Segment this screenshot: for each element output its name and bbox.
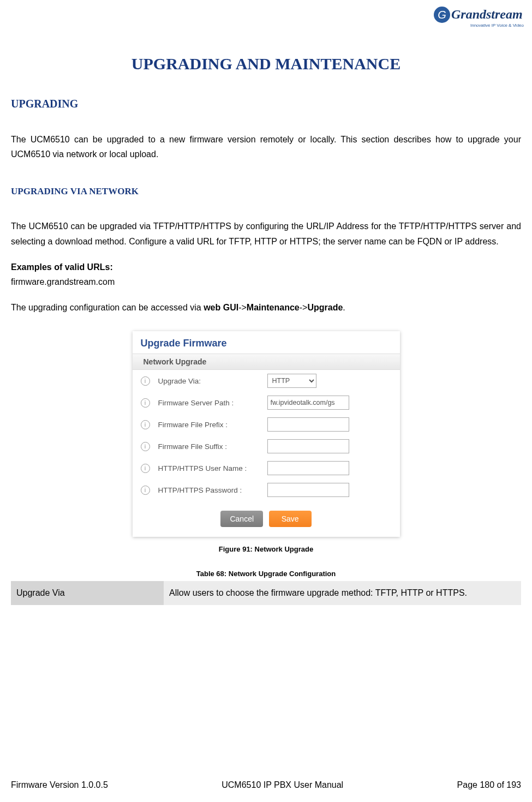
label-http-password: HTTP/HTTPS Password : — [158, 486, 267, 494]
info-icon[interactable]: i — [141, 486, 150, 495]
input-http-password[interactable] — [267, 483, 349, 497]
logo-brand-text: Grandstream — [451, 7, 523, 21]
label-firmware-file-prefix: Firmware File Prefix : — [158, 421, 267, 429]
section-upgrading-para: The UCM6510 can be upgraded to a new fir… — [11, 132, 521, 161]
para2-b3: Upgrade — [307, 303, 343, 312]
section-upgrading-title: UPGRADING — [11, 98, 521, 110]
footer-firmware-version: Firmware Version 1.0.0.5 — [11, 780, 108, 790]
section-upgrading-network-title: UPGRADING VIA NETWORK — [11, 186, 521, 197]
label-upgrade-via: Upgrade Via: — [158, 377, 267, 385]
para2-sep2: -> — [300, 303, 308, 312]
panel-title: Upgrade Firmware — [133, 331, 400, 354]
table-row: Upgrade Via Allow users to choose the fi… — [11, 581, 521, 605]
save-button[interactable]: Save — [269, 511, 312, 527]
info-icon[interactable]: i — [141, 464, 150, 473]
para2-sep1: -> — [238, 303, 247, 312]
input-http-username[interactable] — [267, 461, 349, 475]
row-upgrade-via: i Upgrade Via: HTTP — [133, 370, 400, 392]
label-http-username: HTTP/HTTPS User Name : — [158, 464, 267, 472]
info-icon[interactable]: i — [141, 420, 150, 429]
page-footer: Firmware Version 1.0.0.5 UCM6510 IP PBX … — [11, 780, 521, 790]
examples-label: Examples of valid URLs: — [11, 260, 521, 274]
figure-caption: Figure 91: Network Upgrade — [11, 545, 521, 553]
brand-logo: GGrandstream Innovative IP Voice & Video — [434, 7, 524, 37]
logo-g-icon: G — [434, 7, 450, 23]
select-upgrade-via[interactable]: HTTP — [267, 374, 316, 388]
para2-b1: web GUI — [204, 303, 238, 312]
label-firmware-file-suffix: Firmware File Suffix : — [158, 442, 267, 451]
cancel-button[interactable]: Cancel — [220, 511, 263, 527]
section-upgrading-network-para2: The upgrading configuration can be acces… — [11, 300, 521, 315]
input-firmware-file-suffix[interactable] — [267, 439, 349, 453]
row-firmware-file-prefix: i Firmware File Prefix : — [133, 414, 400, 435]
row-http-username: i HTTP/HTTPS User Name : — [133, 457, 400, 479]
label-firmware-server-path: Firmware Server Path : — [158, 399, 267, 407]
table-caption: Table 68: Network Upgrade Configuration — [11, 570, 521, 578]
input-firmware-server-path[interactable] — [267, 396, 349, 410]
panel-subtitle: Network Upgrade — [133, 354, 400, 370]
panel-buttons: Cancel Save — [133, 501, 400, 527]
para2-b2: Maintenance — [247, 303, 300, 312]
table-cell-desc: Allow users to choose the firmware upgra… — [164, 581, 521, 605]
input-firmware-file-prefix[interactable] — [267, 417, 349, 432]
footer-manual-title: UCM6510 IP PBX User Manual — [222, 780, 343, 790]
para2-end: . — [343, 303, 345, 312]
row-http-password: i HTTP/HTTPS Password : — [133, 479, 400, 501]
row-firmware-file-suffix: i Firmware File Suffix : — [133, 435, 400, 457]
examples-url: firmware.grandstream.com — [11, 274, 521, 289]
footer-page-number: Page 180 of 193 — [457, 780, 521, 790]
info-icon[interactable]: i — [141, 398, 150, 408]
para2-pre: The upgrading configuration can be acces… — [11, 303, 204, 312]
upgrade-firmware-panel: Upgrade Firmware Network Upgrade i Upgra… — [133, 331, 400, 537]
row-firmware-server-path: i Firmware Server Path : — [133, 392, 400, 414]
config-table: Upgrade Via Allow users to choose the fi… — [11, 581, 521, 605]
logo-tagline: Innovative IP Voice & Video — [434, 23, 524, 28]
info-icon[interactable]: i — [141, 376, 150, 386]
page-title: UPGRADING AND MAINTENANCE — [11, 55, 521, 73]
figure-container: Upgrade Firmware Network Upgrade i Upgra… — [11, 331, 521, 537]
section-upgrading-network-para1: The UCM6510 can be upgraded via TFTP/HTT… — [11, 219, 521, 248]
table-cell-label: Upgrade Via — [11, 581, 164, 605]
info-icon[interactable]: i — [141, 442, 150, 451]
